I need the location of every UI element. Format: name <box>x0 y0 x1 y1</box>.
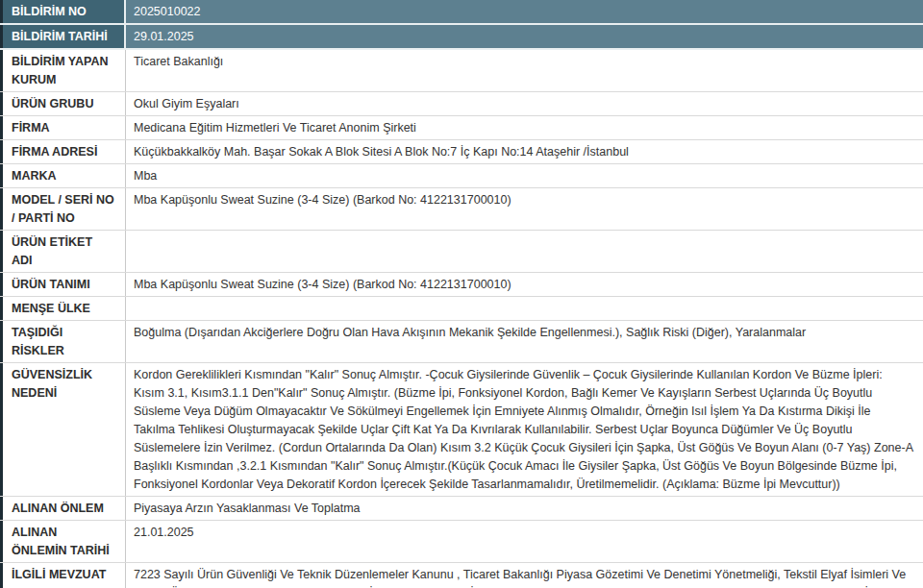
row-label: ÜRÜN TANIMI <box>0 273 126 296</box>
table-row: MARKA Mba <box>0 164 923 188</box>
row-label: İLGİLİ MEVZUAT <box>0 563 126 588</box>
table-row: ALINAN ÖNLEM Piyasaya Arzın Yasaklanması… <box>0 497 923 521</box>
notification-table: BİLDİRİM NO 2025010022 BİLDİRİM TARİHİ 2… <box>0 0 923 588</box>
table-row: BİLDİRİM NO 2025010022 <box>0 0 923 25</box>
row-label: TAŞIDIĞI RİSKLER <box>0 321 126 362</box>
table-row: ÜRÜN TANIMI Mba Kapüşonlu Sweat Suzine (… <box>0 273 923 297</box>
row-value: Mba Kapüşonlu Sweat Suzine (3-4 Size) (B… <box>126 273 923 296</box>
row-value: 29.01.2025 <box>126 25 923 48</box>
row-value: Mba <box>126 164 923 187</box>
table-row: TAŞIDIĞI RİSKLER Boğulma (Dışarıdan Akci… <box>0 321 923 363</box>
row-label: ALINAN ÖNLEM <box>0 497 126 520</box>
row-value: Mba Kapüşonlu Sweat Suzine (3-4 Size) (B… <box>126 188 923 230</box>
row-value: Medicana Eğitim Hizmetleri Ve Ticaret An… <box>126 116 923 139</box>
row-value: Küçükbakkalköy Mah. Başar Sokak A Blok S… <box>126 140 923 163</box>
row-value: Okul Giyim Eşyaları <box>126 92 923 115</box>
row-label: ÜRÜN GRUBU <box>0 92 126 115</box>
row-label: BİLDİRİM YAPAN KURUM <box>0 50 126 91</box>
row-value <box>126 297 923 320</box>
row-label: BİLDİRİM TARİHİ <box>0 25 126 48</box>
row-value: Kordon Gereklilikleri Kısmından "Kalır" … <box>126 363 923 496</box>
row-value: Boğulma (Dışarıdan Akciğerlere Doğru Ola… <box>126 321 923 362</box>
row-label: ALINAN ÖNLEMİN TARİHİ <box>0 521 126 562</box>
table-row: BİLDİRİM YAPAN KURUM Ticaret Bakanlığı <box>0 50 923 92</box>
table-row: MODEL / SERİ NO / PARTİ NO Mba Kapüşonlu… <box>0 188 923 231</box>
table-row: MENŞE ÜLKE <box>0 297 923 321</box>
table-row: İLGİLİ MEVZUAT 7223 Sayılı Ürün Güvenliğ… <box>0 563 923 588</box>
table-row: ÜRÜN GRUBU Okul Giyim Eşyaları <box>0 92 923 116</box>
table-row: GÜVENSİZLİK NEDENİ Kordon Gereklilikleri… <box>0 363 923 497</box>
row-label: MODEL / SERİ NO / PARTİ NO <box>0 188 126 230</box>
row-value: Ticaret Bakanlığı <box>126 50 923 91</box>
row-value: Piyasaya Arzın Yasaklanması Ve Toplatma <box>126 497 923 520</box>
table-row: FİRMA Medicana Eğitim Hizmetleri Ve Tica… <box>0 116 923 140</box>
table-row: FİRMA ADRESİ Küçükbakkalköy Mah. Başar S… <box>0 140 923 164</box>
row-label: FİRMA <box>0 116 126 139</box>
row-label: MARKA <box>0 164 126 187</box>
row-label: FİRMA ADRESİ <box>0 140 126 163</box>
row-value <box>126 231 923 272</box>
table-row: BİLDİRİM TARİHİ 29.01.2025 <box>0 25 923 50</box>
row-value: 7223 Sayılı Ürün Güvenliği Ve Teknik Düz… <box>126 563 923 588</box>
row-label: MENŞE ÜLKE <box>0 297 126 320</box>
row-label: BİLDİRİM NO <box>0 0 126 23</box>
table-row: ALINAN ÖNLEMİN TARİHİ 21.01.2025 <box>0 521 923 563</box>
row-value: 21.01.2025 <box>126 521 923 562</box>
table-row: ÜRÜN ETİKET ADI <box>0 231 923 273</box>
row-label: ÜRÜN ETİKET ADI <box>0 231 126 272</box>
row-label: GÜVENSİZLİK NEDENİ <box>0 363 126 496</box>
row-value: 2025010022 <box>126 0 923 23</box>
